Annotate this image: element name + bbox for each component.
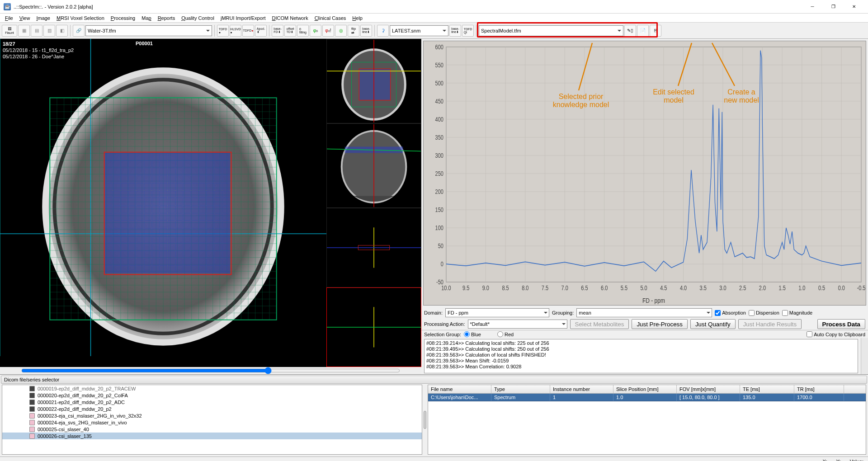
series-row[interactable]: 0000026-csi_slaser_135	[2, 433, 422, 439]
menu-clinical[interactable]: Clinical Cases	[311, 14, 349, 22]
table-header[interactable]: TR [ms]	[794, 385, 844, 393]
new-model-button[interactable]: 📄	[637, 25, 649, 37]
menu-image[interactable]: Image	[33, 14, 53, 22]
series-list[interactable]: 0000019-ep2d_diff_mddw_20_p2_TRACEW00000…	[2, 385, 422, 455]
processing-action-combo[interactable]: *Default*	[468, 320, 567, 329]
ortho-coronal-thumb[interactable]	[326, 123, 421, 208]
series-row[interactable]: 0000021-ep2d_diff_mddw_20_p2_ADC	[2, 399, 422, 405]
edit-model-button[interactable]: ✎▯	[624, 25, 636, 37]
svg-rect-169	[105, 198, 113, 206]
latest-combo[interactable]: LATEST.snm	[390, 25, 448, 36]
table-header[interactable]: Type	[491, 385, 550, 393]
just-quantify-button[interactable]: Just Quantify	[690, 319, 736, 329]
target-button[interactable]: ◎	[335, 25, 347, 37]
zerofilling-button[interactable]: 0filling	[297, 25, 309, 37]
log-area[interactable]: #08:21:39.214>> Calculating local shifts…	[424, 339, 858, 373]
tb-btn-4[interactable]: ◧	[56, 25, 68, 37]
menu-qc[interactable]: Quality Control	[178, 14, 217, 22]
table-header[interactable]: Instance number	[550, 385, 613, 393]
spec-icon-button[interactable]: ⚳	[377, 25, 389, 37]
menu-view[interactable]: View	[16, 14, 33, 22]
ortho-blank-thumb[interactable]	[326, 208, 421, 287]
svg-rect-204	[129, 213, 136, 221]
menu-mrsi-voxel[interactable]: MRSI Voxel Selection	[53, 14, 108, 22]
svg-text:FD - ppm: FD - ppm	[642, 297, 665, 305]
just-handle-results-button[interactable]: Just Handle Results	[738, 319, 802, 329]
just-preprocess-button[interactable]: Just Pre-Process	[632, 319, 687, 329]
selection-group-label: Selection Group:	[424, 332, 461, 337]
tb-extra-button[interactable]: ⎘	[650, 25, 661, 37]
offset-td-button[interactable]: offsetTD⬇	[284, 25, 296, 37]
svg-rect-132	[191, 176, 198, 183]
tb-btn-2[interactable]: ▤	[31, 25, 42, 37]
slice-counter: 18/27	[3, 41, 74, 47]
menu-file[interactable]: File	[2, 14, 16, 22]
select-metabolites-button[interactable]: Select Metabolites	[570, 319, 629, 329]
menu-jmrui[interactable]: jMRUI Import/Export	[217, 14, 269, 22]
process-data-button[interactable]: Process Data	[817, 319, 865, 329]
series-row[interactable]: 0000020-ep2d_diff_mddw_20_p2_ColFA	[2, 392, 422, 399]
flip-button[interactable]: flip⇄	[348, 25, 359, 37]
svg-rect-140	[129, 183, 136, 190]
phi0-button[interactable]: φ₀	[310, 25, 321, 37]
tdfdfit-blue-button[interactable]: TDFD●	[217, 25, 229, 37]
baseline-button[interactable]: base-line⬇	[360, 25, 372, 37]
axial-view[interactable]: 18/27 05/12/2018 - 15 - t1_fl2d_tra_p2 0…	[0, 39, 326, 367]
selection-red-radio[interactable]: Red	[497, 331, 514, 337]
svg-rect-176	[160, 198, 167, 206]
svg-rect-98	[175, 160, 183, 168]
series-row[interactable]: 0000024-eja_svs_2HG_mslaser_in_vivo	[2, 419, 422, 426]
svg-rect-199	[215, 206, 222, 213]
magnitude-check[interactable]: Magnitude	[782, 310, 812, 316]
slice-slider[interactable]	[21, 367, 401, 374]
svg-text:4.0: 4.0	[680, 285, 687, 292]
table-header[interactable]: Slice Position [mm]	[613, 385, 677, 393]
phi0-alt-button[interactable]: φ₀!	[322, 25, 334, 37]
menu-dicom-network[interactable]: DICOM Network	[269, 14, 311, 22]
flaunt-button[interactable]: 🖼Flaunt	[2, 25, 17, 37]
auto-copy-check[interactable]: Auto Copy to Clipboard	[807, 331, 865, 337]
svg-rect-96	[160, 160, 167, 168]
svg-rect-73	[105, 153, 113, 160]
tdfdfit-qi-button[interactable]: TDFDQI	[462, 25, 474, 37]
tdfdfit-red-button[interactable]: TDFD●	[242, 25, 254, 37]
link-button[interactable]: 🔗	[73, 25, 85, 37]
water-model-combo[interactable]: Water-3T.tfm	[85, 25, 212, 36]
svg-rect-130	[175, 176, 183, 183]
ortho-axial-thumb[interactable]	[326, 39, 421, 123]
table-header[interactable]: File name	[428, 385, 491, 393]
menu-help[interactable]: Help	[349, 14, 366, 22]
absorption-check[interactable]: Absorption	[715, 310, 746, 316]
grouping-combo[interactable]: mean	[576, 308, 712, 317]
table-header[interactable]: FOV [mm]x[mm]	[677, 385, 740, 393]
selection-blue-radio[interactable]: Blue	[464, 331, 481, 337]
apod-button[interactable]: Apod.⬇	[255, 25, 267, 37]
series-row[interactable]: 0000023-eja_csi_mslaser_2HG_in_vivo_32x3…	[2, 412, 422, 419]
series-row[interactable]: 0000025-csi_slaser_40	[2, 426, 422, 433]
basefd-button[interactable]: base-FD⬇	[272, 25, 283, 37]
menu-processing[interactable]: Processing	[108, 14, 138, 22]
series-row[interactable]: 0000019-ep2d_diff_mddw_20_p2_TRACEW	[2, 385, 422, 392]
svg-rect-245	[199, 228, 206, 235]
spectral-model-combo[interactable]: SpectralModel.tfm	[479, 25, 623, 36]
svg-rect-239	[152, 228, 159, 235]
menu-reports[interactable]: Reports	[155, 14, 179, 22]
close-button[interactable]: ✕	[844, 0, 864, 14]
hlsvd-button[interactable]: HLSVD●	[230, 25, 241, 37]
spectrum-table[interactable]: File nameTypeInstance numberSlice Positi…	[428, 385, 866, 455]
tb-btn-3[interactable]: ▥	[43, 25, 55, 37]
baseline-alt-button[interactable]: base-line⬇	[449, 25, 461, 37]
domain-combo[interactable]: FD - ppm	[445, 308, 549, 317]
tb-btn-1[interactable]: ▦	[18, 25, 30, 37]
menu-map[interactable]: Map	[138, 14, 154, 22]
table-header[interactable]: TE [ms]	[740, 385, 794, 393]
log-scrollbar[interactable]	[861, 338, 868, 374]
svg-rect-190	[144, 206, 151, 213]
series-row[interactable]: 0000022-ep2d_diff_mddw_20_p2	[2, 405, 422, 412]
ortho-sagittal-thumb[interactable]	[326, 287, 421, 367]
maximize-button[interactable]: ❐	[823, 0, 844, 14]
spectrum-plot[interactable]: -500501001502002503003504004505005506001…	[423, 41, 866, 306]
dispersion-check[interactable]: Dispersion	[749, 310, 779, 316]
minimize-button[interactable]: ─	[802, 0, 823, 14]
splitter[interactable]	[422, 385, 428, 455]
